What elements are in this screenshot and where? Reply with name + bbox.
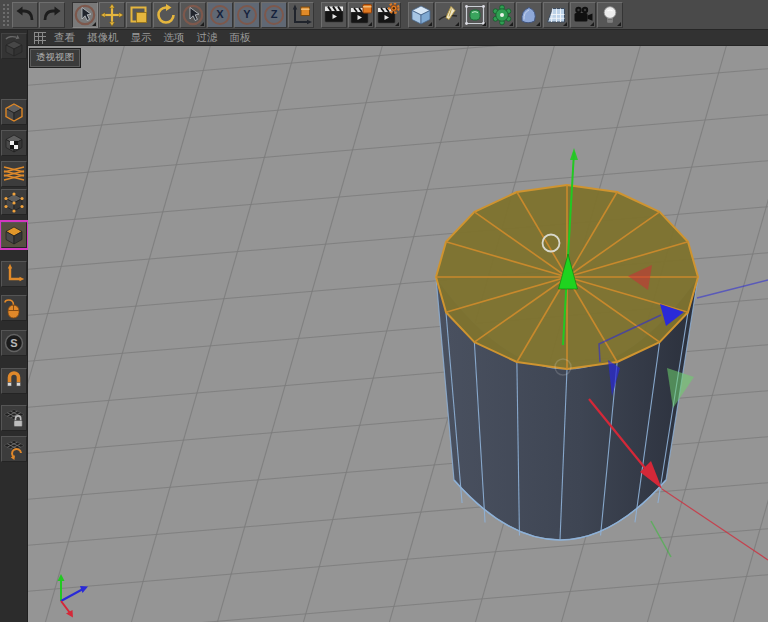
polygon-mode-button[interactable] — [1, 222, 27, 248]
texture-mode-button[interactable] — [1, 130, 27, 156]
rotate-tool-icon — [154, 3, 178, 27]
x-axis-label: X — [216, 9, 223, 20]
point-mode-button[interactable] — [1, 189, 27, 215]
texture-mode-icon — [2, 131, 26, 155]
undo-icon — [13, 3, 37, 27]
mode-palette: S — [0, 30, 28, 622]
viewport[interactable]: 透视视图 — [28, 46, 768, 622]
redo-icon — [40, 3, 64, 27]
scale-tool-icon — [127, 3, 151, 27]
spline-pen-button[interactable] — [435, 2, 461, 28]
lock-y-axis-button[interactable]: Y — [234, 2, 260, 28]
add-environment-button[interactable] — [543, 2, 569, 28]
viewport-canvas[interactable] — [28, 46, 768, 622]
point-mode-icon — [2, 190, 26, 214]
undo-button[interactable] — [12, 2, 38, 28]
add-scene-object-button[interactable] — [516, 2, 542, 28]
polygon-mode-icon — [2, 223, 26, 247]
add-camera-button[interactable] — [570, 2, 596, 28]
menu-display[interactable]: 显示 — [131, 31, 164, 45]
z-axis-icon: Z — [264, 5, 284, 25]
snap-settings-button[interactable]: S — [1, 330, 27, 356]
panel-grid-icon[interactable] — [34, 32, 46, 44]
scale-tool-button[interactable] — [126, 2, 152, 28]
viewport-menubar: 查看 摄像机 显示 选项 过滤 面板 — [28, 30, 768, 46]
add-deformer-button[interactable] — [489, 2, 515, 28]
model-mode-icon — [2, 100, 26, 124]
axis-mode-icon — [2, 262, 26, 286]
mouse-icon — [2, 296, 26, 320]
magnet-icon — [2, 369, 26, 393]
menu-filter[interactable]: 过滤 — [197, 31, 230, 45]
render-view-button[interactable] — [321, 2, 347, 28]
move-tool-button[interactable] — [99, 2, 125, 28]
coordinate-system-button[interactable] — [288, 2, 314, 28]
x-axis-icon: X — [210, 5, 230, 25]
axis-mode-button[interactable] — [1, 261, 27, 287]
snap-settings-icon: S — [2, 331, 26, 355]
workplane-rotate-icon — [2, 437, 26, 461]
workplane-lattice-icon — [2, 162, 26, 186]
lock-workplane-button[interactable] — [1, 405, 27, 431]
cinema4d-app: X Y Z — [0, 0, 768, 622]
coordinate-system-icon — [289, 3, 313, 27]
live-selection-button[interactable] — [72, 2, 98, 28]
rotate-tool-button[interactable] — [153, 2, 179, 28]
y-axis-label: Y — [243, 9, 250, 20]
tweak-mode-button[interactable] — [1, 295, 27, 321]
menu-options[interactable]: 选项 — [164, 31, 197, 45]
make-editable-button[interactable] — [1, 33, 27, 59]
toolbar-grip[interactable] — [2, 3, 9, 27]
model-mode-button[interactable] — [1, 99, 27, 125]
lock-z-axis-button[interactable]: Z — [261, 2, 287, 28]
add-primitive-cube-button[interactable] — [408, 2, 434, 28]
menu-view[interactable]: 查看 — [54, 31, 87, 45]
z-axis-label: Z — [271, 9, 278, 20]
move-tool-icon — [100, 3, 124, 27]
render-to-picture-viewer-button[interactable] — [348, 2, 374, 28]
lock-x-axis-button[interactable]: X — [207, 2, 233, 28]
menu-camera[interactable]: 摄像机 — [87, 31, 131, 45]
add-light-button[interactable] — [597, 2, 623, 28]
top-toolbar: X Y Z — [0, 0, 768, 30]
enable-snap-button[interactable] — [1, 368, 27, 394]
render-view-icon — [322, 3, 346, 27]
add-subdivision-surface-button[interactable] — [462, 2, 488, 28]
make-editable-icon — [2, 34, 26, 58]
workplane-mode-button[interactable] — [1, 161, 27, 187]
lock-workplane-icon — [2, 406, 26, 430]
render-settings-button[interactable] — [375, 2, 401, 28]
viewport-label: 透视视图 — [30, 49, 80, 67]
y-axis-icon: Y — [237, 5, 257, 25]
workplane-rotate-button[interactable] — [1, 436, 27, 462]
redo-button[interactable] — [39, 2, 65, 28]
menu-panel[interactable]: 面板 — [230, 31, 263, 45]
snap-letter: S — [10, 337, 17, 349]
rectangle-selection-button[interactable] — [180, 2, 206, 28]
